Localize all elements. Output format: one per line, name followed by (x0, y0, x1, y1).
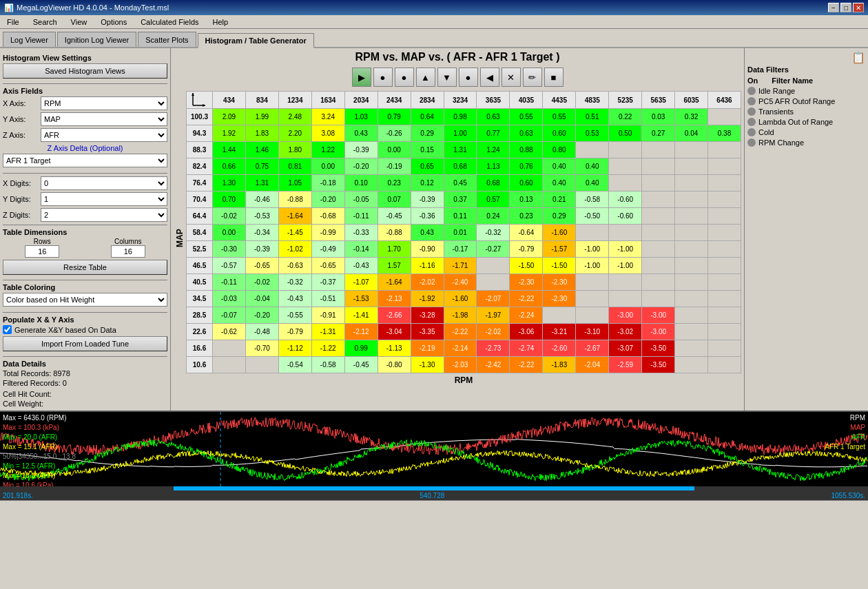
table-cell[interactable]: -1.12 (278, 340, 311, 357)
table-cell[interactable] (477, 258, 510, 274)
table-cell[interactable]: 1.05 (278, 175, 311, 192)
table-cell[interactable]: 1.22 (311, 142, 344, 158)
toolbar-x-button[interactable]: ✕ (502, 68, 521, 87)
table-cell[interactable]: 1.30 (212, 175, 245, 192)
table-cell[interactable]: 0.38 (707, 125, 741, 142)
table-cell[interactable]: 0.22 (609, 109, 642, 125)
table-cell[interactable]: 0.37 (444, 192, 477, 208)
table-cell[interactable]: -0.54 (278, 357, 311, 373)
table-cell[interactable] (543, 307, 576, 324)
saved-histogram-views-button[interactable]: Saved Histogram Views (3, 63, 167, 79)
table-cell[interactable] (642, 208, 675, 225)
table-cell[interactable] (707, 192, 741, 208)
table-cell[interactable]: 0.66 (212, 158, 245, 175)
toolbar-circle2-button[interactable]: ● (395, 68, 414, 87)
table-cell[interactable] (707, 274, 741, 291)
menu-calculated-fields[interactable]: Calculated Fields (136, 17, 203, 28)
table-cell[interactable]: -1.22 (311, 340, 344, 357)
table-cell[interactable] (477, 274, 510, 291)
table-cell[interactable]: -0.88 (378, 225, 411, 241)
table-cell[interactable]: -0.65 (311, 258, 344, 274)
table-cell[interactable]: -1.16 (411, 258, 444, 274)
y-axis-select[interactable]: MAP (41, 112, 167, 126)
table-cell[interactable]: -0.79 (278, 324, 311, 340)
table-cell[interactable]: 1.57 (378, 258, 411, 274)
table-cell[interactable] (609, 225, 642, 241)
table-cell[interactable]: 0.60 (510, 175, 543, 192)
table-cell[interactable]: -0.37 (311, 274, 344, 291)
table-cell[interactable]: 0.43 (411, 225, 444, 241)
table-cell[interactable] (707, 357, 741, 373)
table-cell[interactable]: -2.73 (477, 340, 510, 357)
table-cell[interactable]: -1.97 (477, 307, 510, 324)
table-cell[interactable]: -0.51 (311, 291, 344, 307)
table-cell[interactable]: -0.11 (344, 208, 378, 225)
toolbar-edit-button[interactable]: ✏ (523, 68, 542, 87)
table-cell[interactable]: 0.13 (510, 192, 543, 208)
y-digits-select[interactable]: 1 (41, 192, 167, 206)
table-cell[interactable] (642, 175, 675, 192)
table-cell[interactable]: -2.24 (510, 307, 543, 324)
table-cell[interactable]: -0.60 (609, 208, 642, 225)
menu-options[interactable]: Options (96, 17, 131, 28)
table-cell[interactable]: -2.40 (444, 274, 477, 291)
toolbar-circle3-button[interactable]: ● (459, 68, 478, 87)
table-cell[interactable]: -0.57 (212, 258, 245, 274)
table-cell[interactable]: -1.45 (278, 225, 311, 241)
table-cell[interactable]: -2.74 (510, 340, 543, 357)
table-cell[interactable] (642, 241, 675, 258)
table-cell[interactable]: 0.24 (477, 208, 510, 225)
table-cell[interactable]: -3.50 (642, 340, 675, 357)
minimize-button[interactable]: − (828, 3, 839, 12)
table-cell[interactable]: -2.02 (477, 324, 510, 340)
table-cell[interactable]: 0.40 (543, 158, 576, 175)
table-cell[interactable]: -3.02 (609, 324, 642, 340)
table-cell[interactable]: -1.98 (444, 307, 477, 324)
table-cell[interactable]: 1.99 (245, 109, 278, 125)
table-cell[interactable] (576, 142, 609, 158)
table-cell[interactable]: -0.20 (344, 158, 378, 175)
table-cell[interactable]: -0.45 (344, 357, 378, 373)
table-cell[interactable] (675, 225, 708, 241)
table-cell[interactable] (707, 241, 741, 258)
columns-input[interactable] (111, 245, 145, 258)
table-cell[interactable]: 0.21 (543, 192, 576, 208)
table-cell[interactable] (609, 158, 642, 175)
table-cell[interactable]: -2.30 (510, 274, 543, 291)
table-cell[interactable]: 0.07 (378, 192, 411, 208)
z-digits-select[interactable]: 2 (41, 208, 167, 222)
rows-input[interactable] (25, 245, 59, 258)
table-cell[interactable]: -0.62 (212, 324, 245, 340)
table-cell[interactable]: -1.50 (543, 258, 576, 274)
table-cell[interactable]: -0.19 (378, 158, 411, 175)
table-cell[interactable]: 0.79 (378, 109, 411, 125)
table-cell[interactable]: 0.76 (510, 158, 543, 175)
table-cell[interactable]: 0.63 (510, 125, 543, 142)
table-cell[interactable]: 0.40 (576, 175, 609, 192)
table-cell[interactable]: 2.09 (212, 109, 245, 125)
table-cell[interactable]: 0.29 (411, 125, 444, 142)
table-cell[interactable] (707, 291, 741, 307)
table-cell[interactable]: -0.88 (278, 192, 311, 208)
table-cell[interactable]: -2.02 (411, 274, 444, 291)
table-cell[interactable]: -0.48 (245, 324, 278, 340)
table-cell[interactable]: -1.00 (609, 241, 642, 258)
window-controls[interactable]: − □ ✕ (828, 3, 864, 12)
table-cell[interactable]: -0.91 (311, 307, 344, 324)
table-coloring-select[interactable]: Color based on Hit Weight (3, 293, 167, 307)
table-cell[interactable]: -2.42 (477, 357, 510, 373)
table-cell[interactable]: 1.03 (344, 109, 378, 125)
table-cell[interactable]: 0.03 (642, 109, 675, 125)
table-cell[interactable]: 1.44 (212, 142, 245, 158)
x-digits-select[interactable]: 0 (41, 176, 167, 190)
table-cell[interactable] (609, 142, 642, 158)
table-cell[interactable] (675, 158, 708, 175)
table-cell[interactable] (707, 225, 741, 241)
menu-help[interactable]: Help (209, 17, 233, 28)
toolbar-up-button[interactable]: ▲ (416, 68, 435, 87)
table-cell[interactable]: -0.58 (576, 192, 609, 208)
table-cell[interactable]: -0.02 (212, 208, 245, 225)
table-cell[interactable] (675, 241, 708, 258)
toolbar-square-button[interactable]: ■ (544, 68, 564, 87)
table-cell[interactable]: -0.43 (278, 291, 311, 307)
